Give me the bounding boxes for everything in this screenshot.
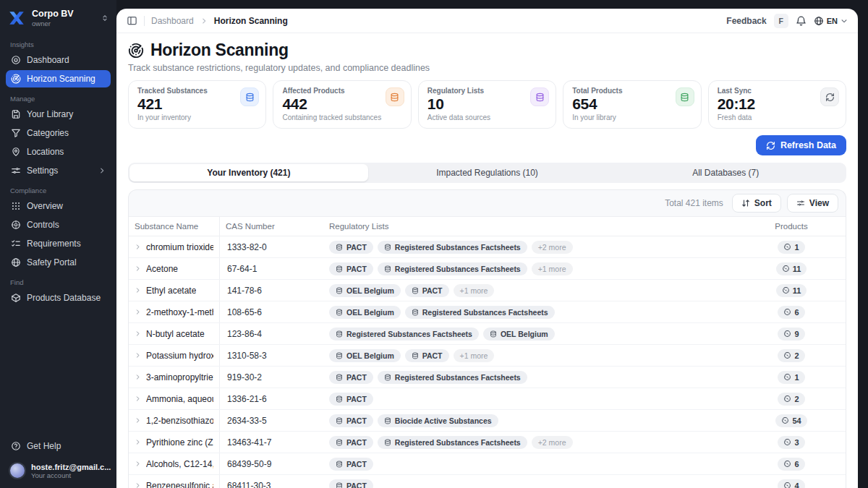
regulatory-list-badge: PACT [329,371,373,384]
tab-bar: Your Inventory (421) Impacted Regulation… [128,163,846,183]
get-help-label: Get Help [27,441,61,451]
workspace-role: owner [32,20,74,27]
regulatory-list-badge: +2 more [532,436,573,449]
table-row[interactable]: Ammonia, aqueous s... 1336-21-6 PACT [129,388,846,410]
table-row[interactable]: 3-aminopropyltrieth... 919-30-2 PACT [129,367,846,388]
stat-sub: Containing tracked substances [282,114,401,121]
badge-label: PACT [422,351,443,360]
regulatory-list-badge: PACT [329,241,373,254]
row-expand-chevron-icon[interactable] [135,461,141,467]
sidebar-item[interactable]: Your Library [6,106,111,123]
sidebar-item-icon [11,109,21,119]
database-icon [412,287,419,294]
stat-label: Affected Products [282,87,401,95]
sidebar-item[interactable]: Controls [6,216,111,234]
table-row[interactable]: chromium trioxide 1333-82-0 PACT [129,236,846,258]
panel-toggle-icon[interactable] [127,15,137,26]
view-button[interactable]: View [787,194,838,213]
row-expand-chevron-icon[interactable] [135,439,141,445]
products-count-badge: 1 [778,371,804,384]
account-email: hoste.fritz@gmail.c... [31,463,111,471]
table-row[interactable]: Benzenesulfonic aci... 68411-30-3 PACT [129,475,846,488]
row-expand-chevron-icon[interactable] [135,244,141,250]
stat-label: Total Products [572,87,692,95]
badge-label: Registered Substances Factsheets [395,438,521,447]
table-row[interactable]: Pyrithione zinc (Zinc ... 13463-41-7 PAC… [129,432,846,453]
topbar: Dashboard Horizon Scanning Feedback F EN [116,9,858,33]
badge-label: Registered Substances Factsheets [422,308,548,317]
products-count: 2 [794,395,799,403]
row-expand-chevron-icon[interactable] [135,309,141,315]
badge-label: PACT [422,286,443,295]
sidebar-item[interactable]: Categories [6,124,111,142]
feedback-button[interactable]: Feedback [726,16,766,26]
badge-label: Registered Substances Factsheets [395,373,521,382]
row-expand-chevron-icon[interactable] [135,287,141,294]
sidebar-item-label: Controls [27,220,59,230]
sidebar-item[interactable]: Dashboard [6,51,111,69]
tab[interactable]: Your Inventory (421) [129,164,368,181]
sidebar-item[interactable]: Overview [6,197,111,215]
substance-name: Potassium hydroxide [146,351,213,361]
table-row[interactable]: N-butyl acetate 123-86-4 Registered Subs… [129,323,846,345]
badge-label: OEL Belgium [346,308,394,317]
stat-card: Affected Products 442 Containing tracked… [273,80,411,129]
substance-name: Pyrithione zinc (Zinc ... [146,437,213,448]
account-menu[interactable]: hoste.fritz@gmail.c... Your account [6,456,111,481]
sidebar-section-items: Overview Controls Requirements [6,197,111,271]
table-row[interactable]: 2-methoxy-1-methyl... 108-65-6 OEL Belgi… [129,301,846,323]
column-products: Products [737,222,846,231]
sidebar-item[interactable]: Settings [6,162,111,179]
sidebar-section-items: Products Database [6,289,111,307]
row-expand-chevron-icon[interactable] [135,352,141,359]
database-icon [336,482,343,488]
stat-icon-badge [386,87,404,106]
substance-name: 1,2-benzisothiazol-3... [146,416,213,426]
tab[interactable]: All Databases (7) [606,164,845,181]
row-expand-chevron-icon[interactable] [135,482,141,488]
substance-name-cell: Pyrithione zinc (Zinc ... [129,432,220,453]
workspace-switcher[interactable]: Corpo BV owner [6,7,111,33]
sidebar-item[interactable]: Horizon Scanning [6,70,111,87]
regulatory-list-badge: Registered Substances Factsheets [378,241,527,254]
get-help-button[interactable]: Get Help [6,437,111,455]
notifications-bell-icon[interactable] [796,15,807,26]
breadcrumb-current: Horizon Scanning [214,16,288,26]
table-row[interactable]: Acetone 67-64-1 PACT [129,258,846,280]
row-expand-chevron-icon[interactable] [135,417,141,424]
row-expand-chevron-icon[interactable] [135,265,141,272]
substance-name: Acetone [146,264,178,274]
sidebar-item[interactable]: Safety Portal [6,254,111,271]
sort-button[interactable]: Sort [732,194,781,213]
tab[interactable]: Impacted Regulations (10) [368,164,607,181]
sidebar-footer: Get Help hoste.fritz@gmail.c... Your acc… [6,437,111,481]
language-selector[interactable]: EN [814,16,848,26]
refresh-icon [766,141,775,150]
breadcrumb-dashboard[interactable]: Dashboard [151,16,194,26]
items-total: Total 421 items [665,198,723,208]
row-expand-chevron-icon[interactable] [135,374,141,380]
badge-label: PACT [346,373,367,382]
row-expand-chevron-icon[interactable] [135,330,141,337]
sidebar-item-icon [11,220,21,230]
table-row[interactable]: Alcohols, C12-14, et... 68439-50-9 PACT [129,453,846,475]
products-count-badge: 11 [776,284,807,297]
regulatory-list-badge: OEL Belgium [329,306,401,319]
badge-label: PACT [346,438,367,447]
sidebar-item[interactable]: Requirements [6,235,111,252]
refresh-data-button[interactable]: Refresh Data [756,135,846,155]
workspace-name: Corpo BV [32,9,74,20]
row-expand-chevron-icon[interactable] [135,395,141,402]
substance-name-cell: Ethyl acetate [129,280,220,301]
sidebar-item-label: Locations [27,147,64,157]
badge-label: Registered Substances Factsheets [395,243,521,252]
sidebar-item[interactable]: Locations [6,143,111,160]
regulatory-lists-cell: PACT [323,458,737,471]
sidebar-section: Compliance Overview Controls [6,187,111,271]
sidebar-item[interactable]: Products Database [6,289,111,307]
table-row[interactable]: Potassium hydroxide 1310-58-3 OEL Belgiu… [129,345,846,367]
stat-sub: In your library [572,114,692,121]
products-count-badge: 9 [778,328,804,341]
table-row[interactable]: 1,2-benzisothiazol-3... 2634-33-5 PACT [129,410,846,432]
table-row[interactable]: Ethyl acetate 141-78-6 OEL Belgium [129,280,846,301]
